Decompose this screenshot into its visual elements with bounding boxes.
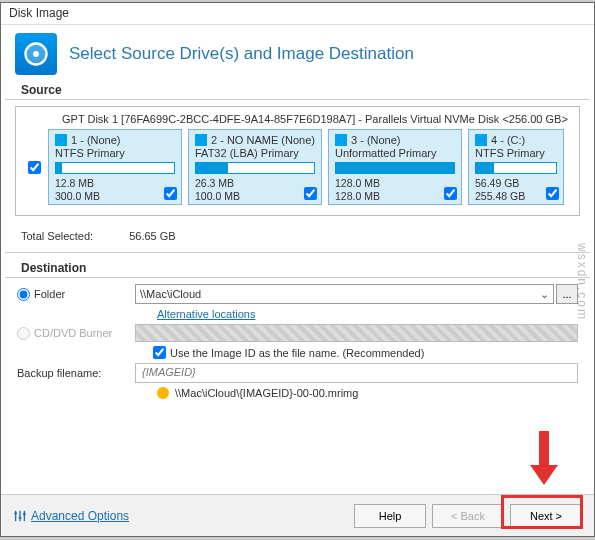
partition-card[interactable]: 2 - NO NAME (None)FAT32 (LBA) Primary26.…	[188, 129, 322, 205]
partition-checkbox[interactable]	[444, 187, 457, 200]
partition-number: 3 - (None)	[351, 134, 401, 146]
svg-marker-7	[530, 465, 558, 485]
select-all-checkbox-cell	[20, 129, 48, 205]
partition-sizes: 56.49 GB255.48 GB	[475, 177, 557, 202]
backup-path-text: \\Mac\iCloud\{IMAGEID}-00-00.mrimg	[175, 387, 358, 399]
destination-heading: Destination	[5, 259, 590, 278]
use-imageid-label: Use the Image ID as the file name. (Reco…	[170, 347, 424, 359]
usage-bar	[195, 162, 315, 174]
windows-flag-icon	[55, 134, 67, 146]
folder-combo[interactable]: \\Mac\iCloud ⌄	[135, 284, 554, 304]
disk-description: GPT Disk 1 [76FA699C-2BCC-4DFE-9A14-85F7…	[20, 113, 575, 125]
partition-sizes: 12.8 MB300.0 MB	[55, 177, 175, 202]
partition-filesystem: FAT32 (LBA) Primary	[195, 147, 315, 159]
destination-area: Folder \\Mac\iCloud ⌄ ... Alternative lo…	[1, 278, 594, 405]
alternative-locations-link[interactable]: Alternative locations	[157, 308, 255, 320]
cd-row: CD/DVD Burner	[17, 324, 578, 342]
backup-filename-label: Backup filename:	[17, 367, 135, 379]
back-button: < Back	[432, 504, 504, 528]
use-imageid-checkbox[interactable]	[153, 346, 166, 359]
cd-radio-label: CD/DVD Burner	[17, 327, 135, 340]
partition-checkbox[interactable]	[164, 187, 177, 200]
svg-point-2	[33, 51, 39, 57]
windows-flag-icon	[335, 134, 347, 146]
cd-burner-field-disabled	[135, 324, 578, 342]
cd-radio	[17, 327, 30, 340]
folder-radio[interactable]	[17, 288, 30, 301]
advanced-options-link[interactable]: Advanced Options	[13, 509, 129, 523]
select-all-checkbox[interactable]	[28, 161, 41, 174]
main-heading: Select Source Drive(s) and Image Destina…	[69, 44, 414, 64]
sliders-icon	[13, 509, 27, 523]
partition-filesystem: Unformatted Primary	[335, 147, 455, 159]
partition-filesystem: NTFS Primary	[55, 147, 175, 159]
annotation-arrow-icon	[527, 427, 561, 496]
partition-sizes: 128.0 MB128.0 MB	[335, 177, 455, 202]
partition-card[interactable]: 1 - (None)NTFS Primary12.8 MB300.0 MB	[48, 129, 182, 205]
backup-filename-row: Backup filename: {IMAGEID}	[17, 363, 578, 383]
warning-icon	[157, 387, 169, 399]
backup-filename-field[interactable]: {IMAGEID}	[135, 363, 578, 383]
partition-number: 1 - (None)	[71, 134, 121, 146]
partition-number: 4 - (C:)	[491, 134, 525, 146]
partition-card[interactable]: 4 - (C:)NTFS Primary56.49 GB255.48 GB	[468, 129, 564, 205]
backup-path-preview: \\Mac\iCloud\{IMAGEID}-00-00.mrimg	[157, 387, 578, 399]
disk-icon	[15, 33, 57, 75]
folder-label-text: Folder	[34, 288, 65, 300]
partition-list: 1 - (None)NTFS Primary12.8 MB300.0 MB2 -…	[48, 129, 575, 205]
folder-path-value: \\Mac\iCloud	[140, 288, 201, 300]
cd-label-text: CD/DVD Burner	[34, 327, 112, 339]
partition-filesystem: NTFS Primary	[475, 147, 557, 159]
partition-checkbox[interactable]	[546, 187, 559, 200]
wizard-window: Disk Image Select Source Drive(s) and Im…	[0, 2, 595, 537]
imageid-row: Use the Image ID as the file name. (Reco…	[153, 346, 578, 359]
help-button[interactable]: Help	[354, 504, 426, 528]
windows-flag-icon	[475, 134, 487, 146]
folder-row: Folder \\Mac\iCloud ⌄ ...	[17, 284, 578, 304]
next-button[interactable]: Next >	[510, 504, 582, 528]
footer-bar: Advanced Options Help < Back Next >	[1, 494, 594, 536]
partition-number: 2 - NO NAME (None)	[211, 134, 315, 146]
usage-bar	[55, 162, 175, 174]
partition-checkbox[interactable]	[304, 187, 317, 200]
window-title: Disk Image	[1, 3, 594, 25]
partition-card[interactable]: 3 - (None)Unformatted Primary128.0 MB128…	[328, 129, 462, 205]
totals-row: Total Selected: 56.65 GB	[5, 226, 590, 253]
svg-rect-5	[23, 513, 26, 515]
svg-rect-3	[14, 512, 17, 514]
usage-bar	[335, 162, 455, 174]
total-selected-value: 56.65 GB	[129, 230, 175, 242]
windows-flag-icon	[195, 134, 207, 146]
usage-bar	[475, 162, 557, 174]
source-heading: Source	[5, 81, 590, 100]
svg-rect-4	[19, 516, 22, 518]
folder-radio-label[interactable]: Folder	[17, 288, 135, 301]
partition-sizes: 26.3 MB100.0 MB	[195, 177, 315, 202]
advanced-options-text: Advanced Options	[31, 509, 129, 523]
header-row: Select Source Drive(s) and Image Destina…	[1, 25, 594, 81]
chevron-down-icon: ⌄	[540, 288, 549, 301]
footer-buttons: Help < Back Next >	[354, 504, 582, 528]
watermark-text: wsxdn.com	[575, 243, 589, 321]
source-box: GPT Disk 1 [76FA699C-2BCC-4DFE-9A14-85F7…	[15, 106, 580, 216]
total-selected-label: Total Selected:	[21, 230, 93, 242]
